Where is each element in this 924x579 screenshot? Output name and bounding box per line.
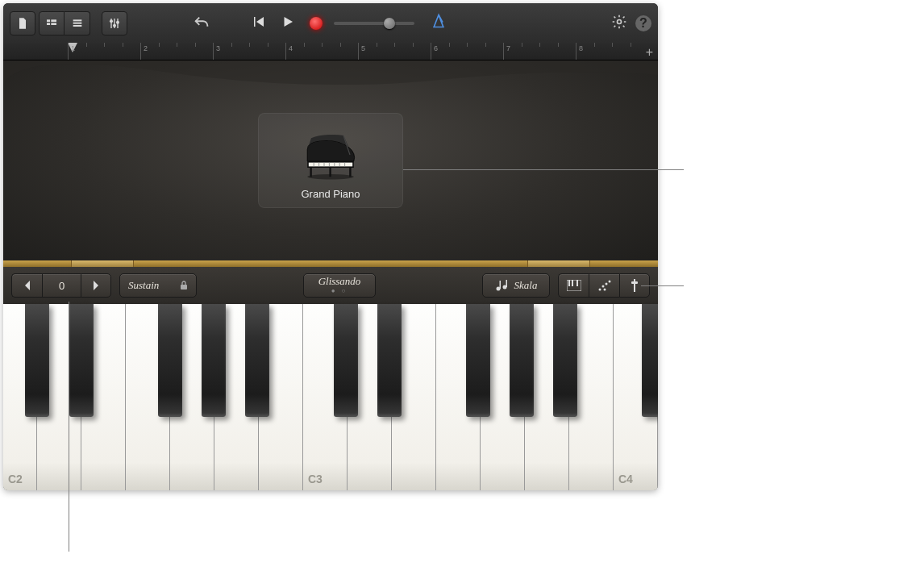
svg-point-11 bbox=[113, 23, 116, 27]
svg-rect-5 bbox=[73, 22, 81, 23]
document-icon bbox=[16, 17, 29, 30]
top-toolbar: ? bbox=[3, 3, 658, 43]
svg-rect-6 bbox=[73, 25, 81, 27]
sustain-label: Sustain bbox=[128, 279, 159, 292]
loop-browser-button[interactable] bbox=[65, 11, 90, 35]
keyboard-icon bbox=[567, 280, 581, 291]
add-section-button[interactable]: + bbox=[646, 45, 653, 60]
arpeggio-icon bbox=[597, 280, 612, 291]
keyboard-layout-group bbox=[558, 273, 650, 298]
ruler-beat-tick bbox=[394, 43, 395, 47]
black-key[interactable] bbox=[202, 304, 226, 417]
ruler-bar-marker: 7 bbox=[503, 43, 510, 60]
svg-point-12 bbox=[116, 20, 119, 23]
tracks-view-button[interactable] bbox=[39, 11, 65, 35]
help-button[interactable]: ? bbox=[635, 15, 651, 31]
ruler-beat-tick bbox=[485, 43, 486, 47]
play-mode-label: Glissando bbox=[318, 277, 361, 286]
octave-control: 0 bbox=[11, 273, 111, 298]
ruler-beat-tick bbox=[631, 43, 631, 47]
key-label: C4 bbox=[618, 473, 633, 485]
slider-knob[interactable] bbox=[384, 18, 395, 29]
ruler-bar-marker: 8 bbox=[576, 43, 583, 60]
svg-point-40 bbox=[605, 283, 607, 285]
black-key[interactable] bbox=[69, 304, 94, 417]
instrument-selector[interactable]: Grand Piano bbox=[258, 113, 403, 208]
ruler-beat-tick bbox=[304, 43, 305, 47]
svg-point-38 bbox=[598, 289, 601, 291]
piano-lid-bar bbox=[3, 260, 658, 267]
callout-line-layout bbox=[641, 285, 684, 286]
record-icon bbox=[310, 17, 323, 30]
arpeggiator-button[interactable] bbox=[589, 273, 619, 298]
track-controls-button[interactable] bbox=[102, 11, 127, 35]
master-volume-slider[interactable] bbox=[334, 22, 414, 25]
stage-decoration bbox=[3, 60, 658, 93]
my-songs-button[interactable] bbox=[10, 11, 35, 35]
play-mode-button[interactable]: Glissando ● ○ bbox=[303, 273, 376, 298]
record-button[interactable] bbox=[310, 17, 323, 30]
scale-label: Skala bbox=[514, 279, 538, 292]
svg-rect-2 bbox=[51, 19, 56, 22]
ruler-bar-marker: 5 bbox=[358, 43, 365, 60]
ruler-beat-tick bbox=[322, 43, 323, 47]
black-key[interactable] bbox=[25, 304, 49, 417]
svg-rect-27 bbox=[329, 168, 331, 177]
go-to-beginning-button[interactable] bbox=[252, 15, 266, 32]
metronome-icon bbox=[431, 13, 447, 29]
list-icon bbox=[71, 17, 84, 30]
svg-rect-33 bbox=[506, 280, 507, 287]
play-icon bbox=[281, 15, 295, 29]
black-key[interactable] bbox=[245, 304, 269, 417]
svg-point-10 bbox=[110, 19, 113, 23]
svg-rect-3 bbox=[51, 23, 56, 25]
black-key[interactable] bbox=[642, 304, 658, 417]
ruler-beat-tick bbox=[249, 43, 250, 47]
piano-keyboard[interactable]: C2C3C4 bbox=[3, 304, 658, 490]
ruler-beat-tick bbox=[231, 43, 232, 47]
vertical-slider-icon bbox=[631, 279, 639, 292]
svg-point-39 bbox=[601, 285, 604, 288]
grand-piano-icon bbox=[298, 135, 363, 181]
instrument-name-label: Grand Piano bbox=[302, 188, 360, 200]
scale-button[interactable]: Skala bbox=[482, 273, 550, 298]
ruler-beat-tick bbox=[159, 43, 160, 47]
black-key[interactable] bbox=[377, 304, 402, 417]
song-settings-button[interactable] bbox=[611, 14, 627, 33]
ruler-bar-marker: 6 bbox=[431, 43, 438, 60]
ruler-beat-tick bbox=[522, 43, 522, 47]
octave-value-display[interactable]: 0 bbox=[42, 273, 81, 298]
play-button[interactable] bbox=[281, 15, 295, 32]
callout-line-octave bbox=[69, 302, 69, 552]
metronome-button[interactable] bbox=[431, 13, 447, 33]
black-key[interactable] bbox=[553, 304, 577, 417]
hinge-right bbox=[527, 260, 590, 267]
undo-button[interactable] bbox=[190, 11, 213, 35]
svg-point-42 bbox=[603, 289, 606, 291]
ruler-beat-tick bbox=[413, 43, 414, 47]
timeline-ruler[interactable]: 12345678 + bbox=[3, 43, 658, 60]
octave-up-button[interactable] bbox=[81, 273, 111, 298]
ruler-beat-tick bbox=[268, 43, 268, 47]
svg-rect-43 bbox=[634, 279, 635, 292]
keyboard-layout-button[interactable] bbox=[558, 273, 589, 298]
black-key[interactable] bbox=[158, 304, 182, 417]
black-key[interactable] bbox=[334, 304, 358, 417]
ruler-bar-marker: 3 bbox=[213, 43, 220, 60]
octave-down-button[interactable] bbox=[11, 273, 42, 298]
ruler-beat-tick bbox=[104, 43, 105, 47]
transport-controls bbox=[252, 15, 323, 32]
black-key[interactable] bbox=[510, 304, 534, 417]
garageband-window: ? 12345678 + bbox=[3, 3, 658, 490]
svg-rect-29 bbox=[181, 285, 187, 290]
gear-icon bbox=[611, 14, 627, 30]
svg-rect-17 bbox=[309, 163, 352, 167]
ruler-bar-marker: 1 bbox=[68, 43, 75, 60]
tracks-icon bbox=[45, 17, 58, 30]
ruler-beat-tick bbox=[449, 43, 450, 47]
black-key[interactable] bbox=[466, 304, 490, 417]
sustain-button[interactable]: Sustain bbox=[119, 273, 197, 298]
svg-rect-25 bbox=[310, 168, 311, 177]
ruler-beat-tick bbox=[177, 43, 177, 47]
callout-line-instrument bbox=[403, 169, 684, 170]
